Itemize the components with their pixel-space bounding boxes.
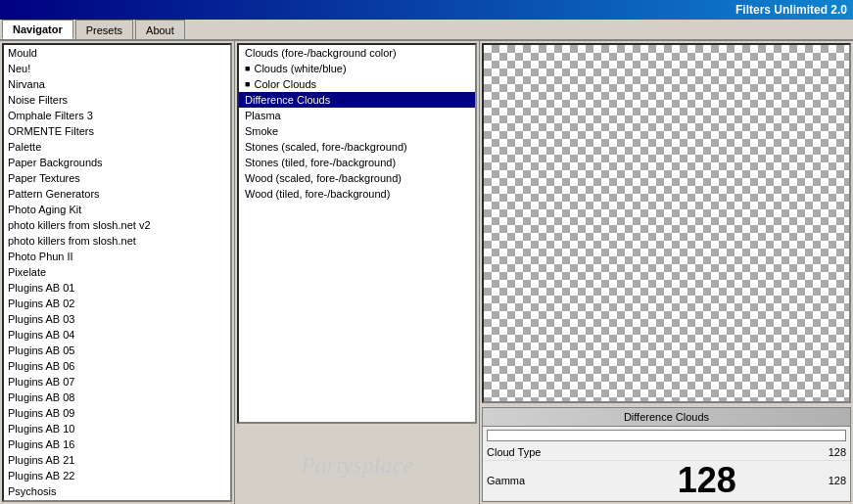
- param-label-gamma: Gamma: [487, 475, 596, 486]
- list-item[interactable]: ORMENTE Filters: [4, 123, 230, 139]
- filter-item[interactable]: Clouds (fore-/background color): [239, 45, 475, 61]
- param-label-cloud-type: Cloud Type: [487, 446, 817, 458]
- param-value-gamma-big: 128: [596, 463, 817, 498]
- app-title: Filters Unlimited 2.0: [735, 3, 847, 17]
- navigator-list-scroll[interactable]: MouldNeu!NirvanaNoise FiltersOmphale Fil…: [4, 45, 230, 500]
- filter-bullet-icon: ■: [245, 62, 250, 75]
- center-panel: Clouds (fore-/background color)■Clouds (…: [235, 41, 480, 504]
- filter-item[interactable]: Smoke: [239, 123, 475, 139]
- list-item[interactable]: Plugins AB 08: [4, 389, 230, 405]
- list-item[interactable]: Nirvana: [4, 76, 230, 92]
- filter-item[interactable]: Stones (scaled, fore-/background): [239, 139, 475, 155]
- list-item[interactable]: Plugins AB 05: [4, 343, 230, 358]
- list-item[interactable]: Plugins AB 16: [4, 436, 230, 452]
- list-item[interactable]: RCS Filter P...: [4, 499, 230, 500]
- list-item[interactable]: Pattern Generators: [4, 186, 230, 202]
- list-item[interactable]: Plugins AB 22: [4, 468, 230, 483]
- list-item[interactable]: Plugins AB 06: [4, 358, 230, 374]
- list-item[interactable]: Plugins AB 09: [4, 405, 230, 421]
- filter-bullet-icon: ■: [245, 77, 250, 91]
- watermark-text: Partysplace: [301, 452, 413, 479]
- list-item[interactable]: Plugins AB 21: [4, 452, 230, 468]
- list-item[interactable]: Plugins AB 04: [4, 327, 230, 343]
- right-panel: Difference Clouds Cloud Type 128 Gamma 1…: [480, 41, 853, 504]
- list-item[interactable]: Paper Textures: [4, 170, 230, 186]
- filter-item[interactable]: ■Clouds (white/blue): [239, 61, 475, 76]
- list-item[interactable]: Neu!: [4, 61, 230, 76]
- main-container: MouldNeu!NirvanaNoise FiltersOmphale Fil…: [0, 41, 853, 504]
- control-panel-title: Difference Clouds: [483, 408, 850, 427]
- control-panel: Difference Clouds Cloud Type 128 Gamma 1…: [482, 407, 851, 502]
- left-panel: MouldNeu!NirvanaNoise FiltersOmphale Fil…: [0, 41, 235, 504]
- tab-about[interactable]: About: [135, 20, 185, 39]
- param-value-cloud-type: 128: [817, 446, 846, 458]
- param-value-gamma: 128: [817, 475, 846, 486]
- filter-item[interactable]: Plasma: [239, 108, 475, 123]
- list-item[interactable]: Plugins AB 02: [4, 296, 230, 311]
- list-item[interactable]: Plugins AB 01: [4, 280, 230, 296]
- progress-bar-container: [487, 430, 846, 441]
- filter-list-scroll[interactable]: Clouds (fore-/background color)■Clouds (…: [239, 45, 475, 422]
- filter-item[interactable]: Wood (scaled, fore-/background): [239, 170, 475, 186]
- list-item[interactable]: Paper Backgrounds: [4, 155, 230, 170]
- param-row-cloud-type: Cloud Type 128: [483, 444, 850, 461]
- tab-navigator[interactable]: Navigator: [2, 20, 73, 39]
- list-item[interactable]: Mould: [4, 45, 230, 61]
- filter-item[interactable]: Difference Clouds: [239, 92, 475, 108]
- list-item[interactable]: Omphale Filters 3: [4, 108, 230, 123]
- filter-list-container: Clouds (fore-/background color)■Clouds (…: [237, 43, 477, 424]
- tab-presets[interactable]: Presets: [75, 20, 133, 39]
- filter-item[interactable]: Stones (tiled, fore-/background): [239, 155, 475, 170]
- title-bar: Filters Unlimited 2.0: [0, 0, 853, 20]
- navigator-list-container: MouldNeu!NirvanaNoise FiltersOmphale Fil…: [2, 43, 232, 502]
- list-item[interactable]: photo killers from slosh.net v2: [4, 217, 230, 233]
- list-item[interactable]: photo killers from slosh.net: [4, 233, 230, 249]
- list-item[interactable]: Photo Aging Kit: [4, 202, 230, 217]
- list-item[interactable]: Plugins AB 07: [4, 374, 230, 389]
- list-item[interactable]: Plugins AB 03: [4, 311, 230, 327]
- preview-area: [482, 43, 851, 403]
- list-item[interactable]: Plugins AB 10: [4, 421, 230, 436]
- tab-bar: Navigator Presets About: [0, 20, 853, 41]
- watermark-area: Partysplace: [235, 426, 479, 504]
- filter-item[interactable]: Wood (tiled, fore-/background): [239, 186, 475, 202]
- list-item[interactable]: Pixelate: [4, 264, 230, 280]
- filter-item[interactable]: ■Color Clouds: [239, 76, 475, 92]
- list-item[interactable]: Noise Filters: [4, 92, 230, 108]
- list-item[interactable]: Palette: [4, 139, 230, 155]
- param-row-gamma: Gamma 128 128: [483, 461, 850, 501]
- list-item[interactable]: Psychosis: [4, 483, 230, 499]
- list-item[interactable]: Photo Phun II: [4, 249, 230, 264]
